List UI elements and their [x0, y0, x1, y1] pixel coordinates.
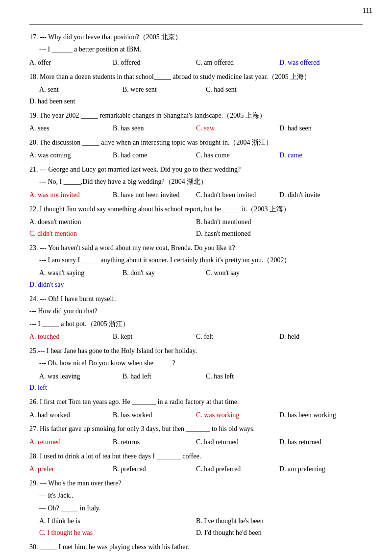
q28-optB: B. preferred — [113, 463, 196, 475]
q22-text: 22. I thought Jim would say something ab… — [29, 204, 363, 215]
q20-optA: A. was coming — [29, 150, 113, 161]
q22-options: A. doesn't mention B. hadn't mentioned C… — [29, 216, 363, 240]
question-22: 22. I thought Jim would say something ab… — [29, 204, 363, 240]
q27-options: A. returned B. returns C. had returned D… — [29, 436, 363, 448]
question-23: 23. --- You haven't said a word about my… — [29, 243, 363, 291]
q29-optB: B. I've thought he's been — [196, 515, 363, 527]
q28-optD: D. am preferring — [279, 463, 363, 475]
q18-optA: A. sent — [39, 84, 122, 96]
q19-optA: A. sees — [29, 123, 113, 134]
q24-text: 24. --- Oh! I have burnt myself. — [29, 294, 363, 304]
q28-optA: A. prefer — [29, 463, 113, 475]
q19-optB: B. has seen — [113, 123, 196, 134]
question-30: 30. _____ I met him, he was playing ches… — [29, 542, 363, 555]
question-21: 21. --- George and Lucy got married last… — [29, 164, 363, 201]
q17-sub: --- I ______ a better position at IBM. — [39, 44, 363, 55]
q23-optA: A. wasn't saying — [39, 267, 122, 279]
q24-optD: D. held — [279, 331, 363, 343]
q23-text: 23. --- You haven't said a word about my… — [29, 243, 363, 253]
question-28: 28. I used to drink a lot of tea but the… — [29, 451, 363, 475]
question-24: 24. --- Oh! I have burnt myself. --- How… — [29, 294, 363, 343]
q25-optB: B. had left — [122, 371, 206, 382]
q18-options: A. sent B. were sent C. had sent D. had … — [29, 84, 363, 107]
question-25: 25.--- I hear Jane has gone to the Holy … — [29, 346, 363, 394]
q18-text: 18. More than a dozen students in that s… — [29, 72, 363, 82]
q19-optD: D. had seen — [279, 123, 363, 134]
question-26: 26. I first met Tom ten years ago. He __… — [29, 397, 363, 421]
q28-optC: C. had preferred — [196, 463, 279, 475]
q29-options: A. I think he is B. I've thought he's be… — [29, 515, 363, 539]
q25-options: A. was leaving B. had left C. has left D… — [29, 371, 363, 394]
q29-sub2: — Oh? _____ in Italy. — [39, 503, 363, 514]
q29-sub1: — It's Jack.. — [39, 490, 363, 501]
question-27: 27. His father gave up smoking for only … — [29, 424, 363, 448]
q20-options: A. was coming B. had come C. has come D.… — [29, 150, 363, 161]
q21-sub: --- No, I _____.Did they have a big wedd… — [39, 177, 363, 187]
question-17: 17. --- Why did you leave that position?… — [29, 32, 363, 69]
q17-options: A. offer B. offered C. am offered D. was… — [29, 57, 363, 69]
q19-options: A. sees B. has seen C. saw D. had seen — [29, 123, 363, 134]
q22-optB: B. hadn't mentioned — [196, 216, 363, 228]
q29-optD: D. I'd thought he'd been — [196, 527, 363, 539]
q19-optC: C. saw — [196, 123, 279, 134]
q27-optC: C. had returned — [196, 436, 279, 448]
q25-optA: A. was leaving — [39, 371, 122, 382]
q22-optC: C. didn't mention — [29, 228, 196, 240]
q17-optC: C. am offered — [196, 57, 279, 69]
q21-optD: D. didn't invite — [279, 189, 363, 201]
q27-optB: B. returns — [113, 436, 196, 448]
q21-options: A. was not invited B. have not been invi… — [29, 189, 363, 201]
q21-text: 21. --- George and Lucy got married last… — [29, 164, 363, 175]
q22-optD: D. hasn't mentioned — [196, 228, 363, 240]
question-19: 19. The year 2002 _____ remarkable chang… — [29, 110, 363, 134]
q23-optD: D. didn't say — [29, 279, 113, 291]
question-29: 29. — Who's the man over there? — It's J… — [29, 478, 363, 539]
q23-sub: --- I am sorry I _____ anything about it… — [39, 255, 363, 266]
q24-options: A. touched B. kept C. felt D. held — [29, 331, 363, 343]
top-divider — [29, 25, 363, 25]
q22-optA: A. doesn't mention — [29, 216, 196, 228]
q18-optC: C. had sent — [206, 84, 289, 96]
q30-text: 30. _____ I met him, he was playing ches… — [29, 542, 363, 553]
q27-optD: D. has returned — [279, 436, 363, 448]
q25-text: 25.--- I hear Jane has gone to the Holy … — [29, 346, 363, 356]
q23-options: A. wasn't saying B. don't say C. won't s… — [29, 267, 363, 291]
q28-text: 28. I used to drink a lot of tea but the… — [29, 451, 363, 462]
q17-optA: A. offer — [29, 57, 113, 69]
q21-optA: A. was not invited — [29, 189, 113, 201]
q17-text: 17. --- Why did you leave that position?… — [29, 32, 363, 43]
q26-optB: B. has worked — [113, 409, 196, 421]
q25-optC: C. has left — [206, 371, 289, 382]
q20-optC: C. has come — [196, 150, 279, 161]
q27-text: 27. His father gave up smoking for only … — [29, 424, 363, 434]
question-18: 18. More than a dozen students in that s… — [29, 72, 363, 107]
q24-optC: C. felt — [196, 331, 279, 343]
q17-optD: D. was offered — [279, 57, 363, 69]
q26-text: 26. I first met Tom ten years ago. He __… — [29, 397, 363, 407]
page-number-top: 111 — [363, 7, 372, 15]
q24-sub2: --- I _____ a hot pot.（2005 浙江） — [29, 319, 363, 329]
q20-text: 20. The discussion _____ alive when an i… — [29, 137, 363, 148]
question-20: 20. The discussion _____ alive when an i… — [29, 137, 363, 161]
q25-optD: D. left — [29, 382, 113, 394]
q20-optB: B. had come — [113, 150, 196, 161]
q17-optB: B. offered — [113, 57, 196, 69]
q21-optB: B. have not been invited — [113, 189, 196, 201]
q24-optB: B. kept — [113, 331, 196, 343]
q26-optA: A. had worked — [29, 409, 113, 421]
q23-optC: C. won't say — [206, 267, 289, 279]
q18-optB: B. were sent — [122, 84, 206, 96]
q26-optC: C. was working — [196, 409, 279, 421]
q26-optD: D. has been working — [279, 409, 363, 421]
q26-options: A. had worked B. has worked C. was worki… — [29, 409, 363, 421]
q29-optC: C. I thought he was — [29, 527, 196, 539]
q21-optC: C. hadn't been invited — [196, 189, 279, 201]
q18-optD: D. had been sent — [29, 96, 113, 107]
q23-optB: B. don't say — [122, 267, 206, 279]
q25-sub: --- Oh, how nice! Do you know when she _… — [39, 358, 363, 369]
q29-optA: A. I think he is — [29, 515, 196, 527]
q19-text: 19. The year 2002 _____ remarkable chang… — [29, 110, 363, 121]
q24-sub1: --- How did you do that? — [29, 306, 363, 317]
q27-optA: A. returned — [29, 436, 113, 448]
q28-options: A. prefer B. preferred C. had preferred … — [29, 463, 363, 475]
